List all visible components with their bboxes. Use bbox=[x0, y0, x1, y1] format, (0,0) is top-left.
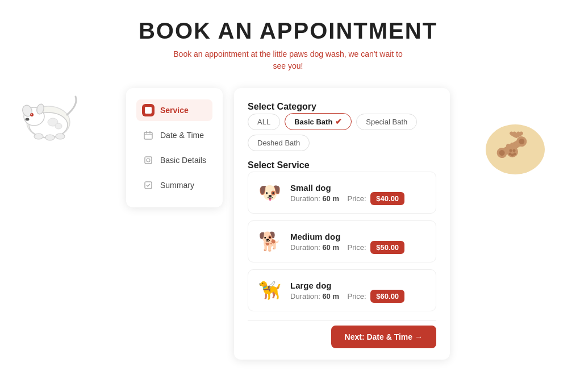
service-card-small-dog[interactable]: 🐶 Small dog Duration: 60 m Price: $40.00 bbox=[248, 172, 436, 214]
page-title: Book an Appointment bbox=[0, 18, 576, 44]
svg-rect-36 bbox=[145, 157, 152, 164]
page-subtitle: Book an appointment at the little paws d… bbox=[0, 48, 576, 72]
service-meta-small: Duration: 60 m Price: $40.00 bbox=[290, 194, 427, 203]
page-header: Book an Appointment Book an appointment … bbox=[0, 0, 576, 82]
filter-special-bath[interactable]: Special Bath bbox=[356, 114, 417, 130]
sidebar-item-date-time[interactable]: Date & Time bbox=[136, 124, 212, 146]
sidebar-summary-label: Summary bbox=[160, 181, 194, 190]
svg-point-10 bbox=[56, 134, 65, 139]
cookies-illustration bbox=[481, 116, 546, 178]
service-card-medium-dog[interactable]: 🐕 Medium dog Duration: 60 m Price: $50.0… bbox=[248, 220, 436, 262]
calendar-icon bbox=[142, 129, 155, 141]
svg-point-21 bbox=[510, 143, 515, 147]
service-info-large: Large dog Duration: 60 m Price: $60.00 bbox=[290, 281, 427, 301]
price-badge-small: $40.00 bbox=[370, 192, 404, 205]
filter-deshed-bath[interactable]: Deshed Bath bbox=[248, 135, 310, 151]
service-name-medium: Medium dog bbox=[290, 232, 427, 241]
select-category-title: Select Category bbox=[248, 102, 436, 112]
select-service-title: Select Service bbox=[248, 160, 436, 170]
svg-point-37 bbox=[147, 159, 150, 162]
sidebar-details-label: Basic Details bbox=[160, 156, 206, 165]
svg-point-9 bbox=[45, 135, 55, 140]
small-dog-icon: 🐶 bbox=[257, 180, 282, 205]
service-meta-large: Duration: 60 m Price: $60.00 bbox=[290, 292, 427, 301]
sidebar-item-basic-details[interactable]: Basic Details bbox=[136, 149, 212, 171]
dog-illustration bbox=[16, 80, 81, 147]
service-name-small: Small dog bbox=[290, 183, 427, 193]
svg-point-8 bbox=[34, 134, 43, 139]
svg-point-20 bbox=[506, 144, 511, 148]
svg-point-5 bbox=[30, 113, 34, 116]
svg-point-22 bbox=[514, 144, 519, 148]
main-card: Select Category ALL Basic Bath ✔ Special… bbox=[234, 88, 450, 360]
service-section: Select Service 🐶 Small dog Duration: 60 … bbox=[248, 160, 436, 311]
price-badge-medium: $50.00 bbox=[370, 241, 404, 254]
svg-point-24 bbox=[513, 149, 516, 152]
filter-all[interactable]: ALL bbox=[248, 114, 280, 130]
category-filters: ALL Basic Bath ✔ Special Bath Deshed Bat… bbox=[248, 113, 436, 151]
large-dog-icon: 🦮 bbox=[257, 278, 282, 303]
service-info-medium: Medium dog Duration: 60 m Price: $50.00 bbox=[290, 232, 427, 252]
card-footer: Next: Date & Time → bbox=[248, 320, 436, 348]
next-date-time-button[interactable]: Next: Date & Time → bbox=[331, 326, 436, 348]
medium-dog-icon: 🐕 bbox=[257, 229, 282, 254]
sidebar: Service Date & Time Basic Details Summar… bbox=[126, 88, 223, 207]
details-icon bbox=[142, 154, 155, 166]
sidebar-service-label: Service bbox=[160, 106, 189, 115]
sidebar-datetime-label: Date & Time bbox=[160, 131, 204, 140]
category-section: Select Category ALL Basic Bath ✔ Special… bbox=[248, 102, 436, 151]
sidebar-item-summary[interactable]: Summary bbox=[136, 174, 212, 196]
service-info-small: Small dog Duration: 60 m Price: $40.00 bbox=[290, 183, 427, 203]
svg-point-12 bbox=[55, 123, 62, 129]
sidebar-item-service[interactable]: Service bbox=[136, 99, 212, 121]
svg-point-27 bbox=[511, 154, 514, 157]
check-icon: ✔ bbox=[335, 117, 342, 126]
filter-basic-bath[interactable]: Basic Bath ✔ bbox=[285, 113, 352, 130]
service-card-large-dog[interactable]: 🦮 Large dog Duration: 60 m Price: $60.00 bbox=[248, 269, 436, 311]
svg-rect-32 bbox=[144, 132, 152, 139]
summary-icon bbox=[142, 179, 155, 191]
svg-point-23 bbox=[510, 149, 512, 152]
service-meta-medium: Duration: 60 m Price: $50.00 bbox=[290, 243, 427, 252]
price-badge-large: $60.00 bbox=[370, 290, 404, 303]
service-name-large: Large dog bbox=[290, 281, 427, 290]
svg-point-6 bbox=[31, 114, 32, 115]
service-list: 🐶 Small dog Duration: 60 m Price: $40.00 bbox=[248, 172, 436, 311]
svg-point-7 bbox=[26, 118, 30, 121]
service-icon bbox=[142, 104, 155, 116]
